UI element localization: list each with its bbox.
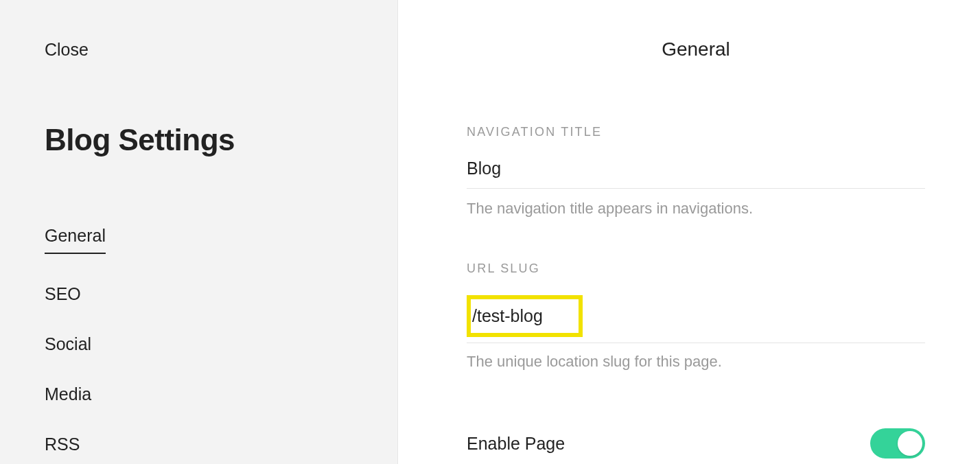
- navigation-title-label: NAVIGATION TITLE: [467, 125, 925, 139]
- url-slug-label: URL SLUG: [467, 262, 925, 276]
- enable-page-row: Enable Page: [467, 428, 925, 459]
- tab-general[interactable]: General: [45, 226, 106, 254]
- navigation-title-input[interactable]: [467, 159, 925, 178]
- toggle-knob: [898, 431, 922, 456]
- url-slug-input[interactable]: [472, 306, 576, 326]
- tab-social[interactable]: Social: [45, 334, 91, 354]
- tab-list: General SEO Social Media RSS Advanced: [45, 226, 353, 464]
- enable-page-label: Enable Page: [467, 434, 565, 454]
- enable-page-toggle[interactable]: [870, 428, 925, 459]
- tab-rss[interactable]: RSS: [45, 434, 80, 454]
- close-button[interactable]: Close: [45, 40, 89, 60]
- navigation-title-group: NAVIGATION TITLE The navigation title ap…: [467, 125, 925, 218]
- sidebar: Close Blog Settings General SEO Social M…: [0, 0, 398, 464]
- main-header: General: [467, 38, 925, 60]
- url-slug-highlight: [467, 295, 583, 337]
- url-slug-divider: [467, 343, 925, 343]
- url-slug-group: URL SLUG The unique location slug for th…: [467, 262, 925, 371]
- navigation-title-input-wrap: [467, 159, 925, 189]
- tab-seo[interactable]: SEO: [45, 284, 81, 304]
- navigation-title-help: The navigation title appears in navigati…: [467, 200, 925, 218]
- page-title: Blog Settings: [45, 123, 353, 157]
- main-panel: General NAVIGATION TITLE The navigation …: [398, 0, 980, 464]
- tab-media[interactable]: Media: [45, 384, 91, 404]
- url-slug-help: The unique location slug for this page.: [467, 353, 925, 371]
